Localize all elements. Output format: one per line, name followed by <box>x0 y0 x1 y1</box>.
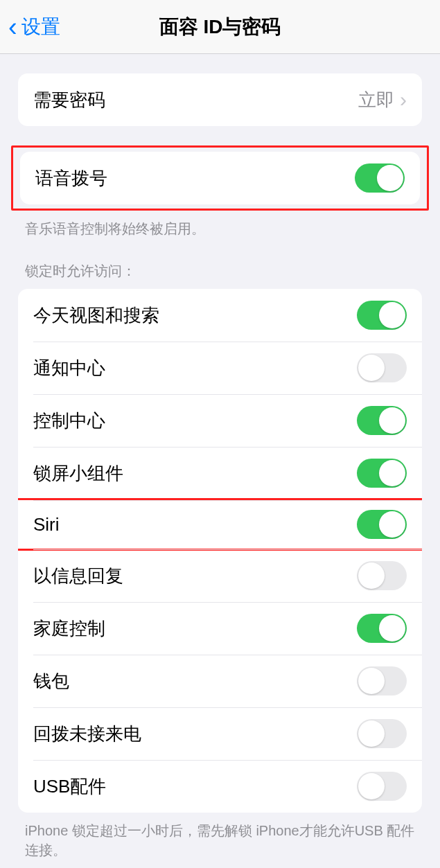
locked-access-row: 通知中心 <box>18 342 422 394</box>
voice-dial-row: 语音拨号 <box>20 152 420 204</box>
locked-access-row: Siri <box>18 498 422 551</box>
require-passcode-row[interactable]: 需要密码 立即 › <box>18 73 422 126</box>
locked-access-label: Siri <box>33 514 357 535</box>
locked-access-label: 回拨未接来电 <box>33 722 357 746</box>
locked-access-toggle[interactable] <box>357 301 407 330</box>
locked-access-label: 锁屏小组件 <box>33 461 357 486</box>
require-passcode-label: 需要密码 <box>33 88 358 112</box>
locked-access-footer: iPhone 锁定超过一小时后，需先解锁 iPhone才能允许USB 配件连接。 <box>25 821 415 860</box>
locked-access-row: USB配件 <box>18 760 422 813</box>
back-button[interactable]: 设置 <box>21 14 60 40</box>
voice-dial-label: 语音拨号 <box>35 166 355 191</box>
navbar: ‹ 设置 面容 ID与密码 <box>0 0 440 54</box>
voice-dial-toggle[interactable] <box>355 163 405 193</box>
require-passcode-group: 需要密码 立即 › <box>18 73 422 126</box>
voice-dial-footer: 音乐语音控制将始终被启用。 <box>25 219 415 238</box>
locked-access-toggle[interactable] <box>357 614 407 643</box>
locked-access-label: 以信息回复 <box>33 564 357 588</box>
locked-access-label: USB配件 <box>33 774 357 799</box>
locked-access-row: 控制中心 <box>18 394 422 447</box>
locked-access-row: 钱包 <box>18 655 422 707</box>
locked-access-toggle[interactable] <box>357 406 407 435</box>
voice-dial-highlight: 语音拨号 <box>11 145 429 211</box>
locked-access-row: 家庭控制 <box>18 602 422 655</box>
locked-access-group: 今天视图和搜索通知中心控制中心锁屏小组件Siri以信息回复家庭控制钱包回拨未接来… <box>18 289 422 813</box>
locked-access-toggle[interactable] <box>357 510 407 539</box>
locked-access-toggle[interactable] <box>357 561 407 590</box>
locked-access-label: 钱包 <box>33 669 357 693</box>
back-chevron-icon[interactable]: ‹ <box>8 14 17 40</box>
locked-access-toggle[interactable] <box>357 772 407 801</box>
page-title: 面容 ID与密码 <box>0 14 440 40</box>
locked-access-label: 今天视图和搜索 <box>33 303 357 328</box>
locked-access-row: 回拨未接来电 <box>18 707 422 760</box>
locked-access-row: 锁屏小组件 <box>18 447 422 499</box>
locked-access-row: 以信息回复 <box>18 549 422 602</box>
voice-dial-group: 语音拨号 <box>20 152 420 204</box>
locked-access-header: 锁定时允许访问： <box>25 262 415 281</box>
locked-access-row: 今天视图和搜索 <box>18 289 422 342</box>
require-passcode-value: 立即 <box>358 88 394 112</box>
locked-access-toggle[interactable] <box>357 666 407 696</box>
locked-access-label: 控制中心 <box>33 409 357 433</box>
locked-access-toggle[interactable] <box>357 353 407 382</box>
locked-access-label: 通知中心 <box>33 356 357 380</box>
locked-access-toggle[interactable] <box>357 459 407 488</box>
locked-access-label: 家庭控制 <box>33 617 357 641</box>
locked-access-toggle[interactable] <box>357 719 407 748</box>
chevron-right-icon: › <box>400 88 407 112</box>
